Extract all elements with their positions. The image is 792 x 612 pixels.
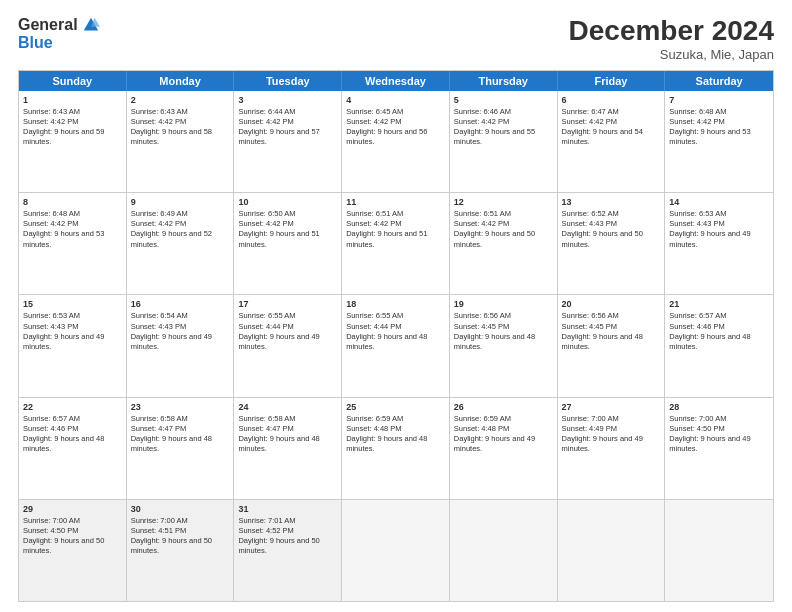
sunset-label: Sunset: 4:43 PM — [562, 219, 617, 228]
daylight-label: Daylight: 9 hours and 51 minutes. — [238, 229, 319, 248]
daylight-label: Daylight: 9 hours and 49 minutes. — [454, 434, 535, 453]
day-number: 26 — [454, 401, 553, 413]
sunset-label: Sunset: 4:44 PM — [238, 322, 293, 331]
calendar-cell-13: 13 Sunrise: 6:52 AM Sunset: 4:43 PM Dayl… — [558, 193, 666, 294]
header-day-tuesday: Tuesday — [234, 71, 342, 91]
sunset-label: Sunset: 4:42 PM — [454, 117, 509, 126]
sunset-label: Sunset: 4:52 PM — [238, 526, 293, 535]
calendar-cell-17: 17 Sunrise: 6:55 AM Sunset: 4:44 PM Dayl… — [234, 295, 342, 396]
day-number: 24 — [238, 401, 337, 413]
day-number: 31 — [238, 503, 337, 515]
sunrise-label: Sunrise: 6:50 AM — [238, 209, 295, 218]
calendar-cell-21: 21 Sunrise: 6:57 AM Sunset: 4:46 PM Dayl… — [665, 295, 773, 396]
calendar-cell-3: 3 Sunrise: 6:44 AM Sunset: 4:42 PM Dayli… — [234, 91, 342, 192]
day-number: 25 — [346, 401, 445, 413]
daylight-label: Daylight: 9 hours and 48 minutes. — [238, 434, 319, 453]
sunset-label: Sunset: 4:43 PM — [131, 322, 186, 331]
day-number: 10 — [238, 196, 337, 208]
daylight-label: Daylight: 9 hours and 49 minutes. — [238, 332, 319, 351]
sunrise-label: Sunrise: 6:58 AM — [131, 414, 188, 423]
header-day-thursday: Thursday — [450, 71, 558, 91]
sunset-label: Sunset: 4:49 PM — [562, 424, 617, 433]
header-day-wednesday: Wednesday — [342, 71, 450, 91]
sunrise-label: Sunrise: 6:53 AM — [669, 209, 726, 218]
day-number: 30 — [131, 503, 230, 515]
calendar-cell-5: 5 Sunrise: 6:46 AM Sunset: 4:42 PM Dayli… — [450, 91, 558, 192]
day-number: 2 — [131, 94, 230, 106]
header-day-sunday: Sunday — [19, 71, 127, 91]
sunset-label: Sunset: 4:46 PM — [669, 322, 724, 331]
daylight-label: Daylight: 9 hours and 55 minutes. — [454, 127, 535, 146]
logo-blue: Blue — [18, 34, 53, 52]
header-day-monday: Monday — [127, 71, 235, 91]
calendar-cell-12: 12 Sunrise: 6:51 AM Sunset: 4:42 PM Dayl… — [450, 193, 558, 294]
sunrise-label: Sunrise: 6:44 AM — [238, 107, 295, 116]
calendar-cell-15: 15 Sunrise: 6:53 AM Sunset: 4:43 PM Dayl… — [19, 295, 127, 396]
sunrise-label: Sunrise: 7:00 AM — [131, 516, 188, 525]
calendar-cell-19: 19 Sunrise: 6:56 AM Sunset: 4:45 PM Dayl… — [450, 295, 558, 396]
daylight-label: Daylight: 9 hours and 49 minutes. — [669, 434, 750, 453]
day-number: 14 — [669, 196, 769, 208]
day-number: 3 — [238, 94, 337, 106]
day-number: 4 — [346, 94, 445, 106]
calendar-header: SundayMondayTuesdayWednesdayThursdayFrid… — [19, 71, 773, 91]
sunrise-label: Sunrise: 6:48 AM — [23, 209, 80, 218]
daylight-label: Daylight: 9 hours and 50 minutes. — [131, 536, 212, 555]
sunset-label: Sunset: 4:51 PM — [131, 526, 186, 535]
logo: General Blue — [18, 16, 100, 52]
day-number: 18 — [346, 298, 445, 310]
sunset-label: Sunset: 4:48 PM — [346, 424, 401, 433]
daylight-label: Daylight: 9 hours and 52 minutes. — [131, 229, 212, 248]
calendar-cell-20: 20 Sunrise: 6:56 AM Sunset: 4:45 PM Dayl… — [558, 295, 666, 396]
sunset-label: Sunset: 4:44 PM — [346, 322, 401, 331]
daylight-label: Daylight: 9 hours and 59 minutes. — [23, 127, 104, 146]
daylight-label: Daylight: 9 hours and 51 minutes. — [346, 229, 427, 248]
daylight-label: Daylight: 9 hours and 48 minutes. — [346, 434, 427, 453]
sunrise-label: Sunrise: 6:56 AM — [562, 311, 619, 320]
daylight-label: Daylight: 9 hours and 50 minutes. — [23, 536, 104, 555]
calendar-cell-30: 30 Sunrise: 7:00 AM Sunset: 4:51 PM Dayl… — [127, 500, 235, 601]
day-number: 23 — [131, 401, 230, 413]
calendar-cell-9: 9 Sunrise: 6:49 AM Sunset: 4:42 PM Dayli… — [127, 193, 235, 294]
daylight-label: Daylight: 9 hours and 49 minutes. — [23, 332, 104, 351]
calendar-cell-14: 14 Sunrise: 6:53 AM Sunset: 4:43 PM Dayl… — [665, 193, 773, 294]
day-number: 6 — [562, 94, 661, 106]
day-number: 21 — [669, 298, 769, 310]
sunset-label: Sunset: 4:50 PM — [23, 526, 78, 535]
day-number: 20 — [562, 298, 661, 310]
calendar: SundayMondayTuesdayWednesdayThursdayFrid… — [18, 70, 774, 602]
daylight-label: Daylight: 9 hours and 48 minutes. — [131, 434, 212, 453]
calendar-cell-28: 28 Sunrise: 7:00 AM Sunset: 4:50 PM Dayl… — [665, 398, 773, 499]
day-number: 17 — [238, 298, 337, 310]
calendar-row-4: 29 Sunrise: 7:00 AM Sunset: 4:50 PM Dayl… — [19, 500, 773, 601]
day-number: 28 — [669, 401, 769, 413]
sunset-label: Sunset: 4:42 PM — [238, 117, 293, 126]
day-number: 9 — [131, 196, 230, 208]
calendar-cell-1: 1 Sunrise: 6:43 AM Sunset: 4:42 PM Dayli… — [19, 91, 127, 192]
day-number: 7 — [669, 94, 769, 106]
calendar-cell-16: 16 Sunrise: 6:54 AM Sunset: 4:43 PM Dayl… — [127, 295, 235, 396]
header-day-saturday: Saturday — [665, 71, 773, 91]
calendar-cell-22: 22 Sunrise: 6:57 AM Sunset: 4:46 PM Dayl… — [19, 398, 127, 499]
sunrise-label: Sunrise: 6:57 AM — [23, 414, 80, 423]
sunset-label: Sunset: 4:42 PM — [23, 117, 78, 126]
daylight-label: Daylight: 9 hours and 50 minutes. — [238, 536, 319, 555]
daylight-label: Daylight: 9 hours and 57 minutes. — [238, 127, 319, 146]
day-number: 1 — [23, 94, 122, 106]
calendar-cell-11: 11 Sunrise: 6:51 AM Sunset: 4:42 PM Dayl… — [342, 193, 450, 294]
daylight-label: Daylight: 9 hours and 48 minutes. — [562, 332, 643, 351]
day-number: 12 — [454, 196, 553, 208]
sunrise-label: Sunrise: 6:59 AM — [454, 414, 511, 423]
sunrise-label: Sunrise: 6:53 AM — [23, 311, 80, 320]
calendar-cell-25: 25 Sunrise: 6:59 AM Sunset: 4:48 PM Dayl… — [342, 398, 450, 499]
sunrise-label: Sunrise: 6:46 AM — [454, 107, 511, 116]
calendar-cell-31: 31 Sunrise: 7:01 AM Sunset: 4:52 PM Dayl… — [234, 500, 342, 601]
calendar-cell-6: 6 Sunrise: 6:47 AM Sunset: 4:42 PM Dayli… — [558, 91, 666, 192]
sunset-label: Sunset: 4:47 PM — [131, 424, 186, 433]
daylight-label: Daylight: 9 hours and 49 minutes. — [131, 332, 212, 351]
calendar-cell-27: 27 Sunrise: 7:00 AM Sunset: 4:49 PM Dayl… — [558, 398, 666, 499]
month-title: December 2024 — [569, 16, 774, 47]
calendar-cell-empty — [665, 500, 773, 601]
calendar-row-1: 8 Sunrise: 6:48 AM Sunset: 4:42 PM Dayli… — [19, 193, 773, 295]
sunset-label: Sunset: 4:42 PM — [454, 219, 509, 228]
